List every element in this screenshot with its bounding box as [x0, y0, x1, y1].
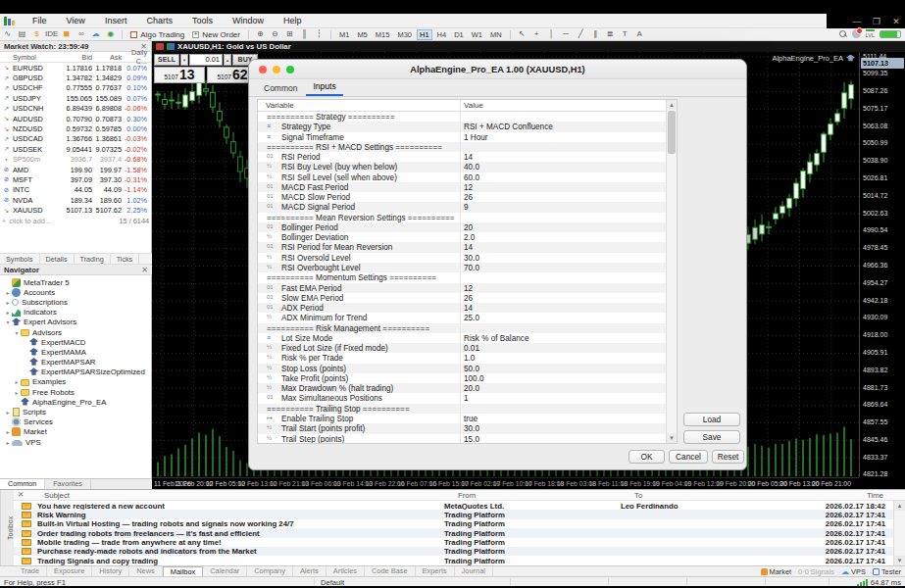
- save-button[interactable]: Save: [683, 430, 740, 444]
- trendline-icon[interactable]: ╱: [575, 28, 587, 40]
- tree-item-vps[interactable]: ▸VPS: [0, 437, 152, 447]
- toolbox-tab-trade[interactable]: Trade: [14, 566, 47, 577]
- reset-button[interactable]: Reset: [712, 450, 744, 464]
- tree-item-subscriptions[interactable]: ▸Subscriptions: [0, 297, 152, 307]
- bars-icon[interactable]: ┆: [313, 28, 326, 40]
- param-value[interactable]: 12: [464, 284, 473, 293]
- expander-icon[interactable]: ▾: [4, 318, 12, 325]
- navigator-close-icon[interactable]: ✕: [141, 266, 148, 274]
- text-icon[interactable]: T: [619, 28, 631, 40]
- param-value[interactable]: 40.0: [464, 163, 479, 172]
- dialog-tab-common[interactable]: Common: [257, 83, 304, 96]
- param-value[interactable]: 100.0: [464, 374, 484, 383]
- input-param-row[interactable]: ½Risk % per Trade1.0: [258, 353, 677, 363]
- hline-icon[interactable]: ─: [560, 28, 573, 40]
- param-value[interactable]: 1 Hour: [464, 133, 488, 142]
- chart-line-icon[interactable]: ∿: [1, 28, 14, 40]
- tree-item-expertmama[interactable]: ExpertMAMA: [0, 347, 152, 357]
- tree-item-scripts[interactable]: ▸Scripts: [0, 407, 152, 416]
- market-watch-tab-ticks[interactable]: Ticks: [111, 254, 140, 264]
- market-watch-row[interactable]: ↘NZDUSD0.597320.597850.00%: [0, 123, 151, 133]
- chart-mode-icon[interactable]: ▤: [16, 28, 28, 40]
- market-watch-row[interactable]: ⊘AMD199.90199.97-1.58%: [0, 165, 151, 174]
- param-value[interactable]: 9: [464, 203, 469, 212]
- cloud-icon[interactable]: ☁: [89, 28, 102, 40]
- mailbox-scroll-down-icon[interactable]: ▼: [894, 556, 905, 565]
- expander-icon[interactable]: ▸: [4, 409, 12, 416]
- toolbox-tab-mailbox[interactable]: Mailbox: [163, 566, 203, 577]
- menu-insert[interactable]: Insert: [95, 14, 137, 28]
- market-watch-row[interactable]: •SP500m3936.73937.4-0.68%: [0, 155, 151, 165]
- timeframe-m30[interactable]: M30: [394, 29, 415, 40]
- menu-help[interactable]: Help: [274, 14, 312, 28]
- new-order-button[interactable]: New Order: [188, 30, 244, 39]
- tree-item-market[interactable]: ▸Market: [0, 427, 152, 437]
- param-value[interactable]: 14: [464, 153, 473, 162]
- vline-icon[interactable]: │: [545, 28, 558, 40]
- zoom-traffic-light[interactable]: [286, 66, 294, 74]
- dialog-titlebar[interactable]: AlphaEngine_Pro_EA 1.00 (XAUUSD,H1): [249, 60, 746, 79]
- time-axis[interactable]: 11 Feb 202611 Feb 20:0012 Feb 05:0012 Fe…: [152, 477, 859, 489]
- input-section-row[interactable]: ========== Risk Management ==========: [258, 323, 677, 333]
- market-watch-row[interactable]: ⊘MSFT397.09397.30-0.31%: [0, 174, 151, 184]
- input-param-row[interactable]: ½Trail Start (points profit)30.0: [258, 423, 677, 433]
- market-watch-row[interactable]: ↗USDJPY155.065155.0890.07%: [0, 93, 151, 103]
- param-value[interactable]: 2.0: [464, 233, 475, 242]
- toolbox-tab-articles[interactable]: Articles: [327, 566, 365, 577]
- market-watch-row[interactable]: ↗USDCHF0.775550.776370.10%: [0, 83, 151, 93]
- input-param-row[interactable]: ≡Signal Timeframe1 Hour: [258, 132, 677, 142]
- timeframe-h1[interactable]: H1: [417, 29, 432, 40]
- tree-item-examples[interactable]: ▸Examples: [0, 377, 152, 387]
- param-value[interactable]: 12: [464, 183, 473, 192]
- input-section-row[interactable]: ========== Trailing Stop ==========: [258, 404, 677, 414]
- expander-icon[interactable]: ▸: [13, 389, 21, 396]
- market-watch-row[interactable]: ↘AUDUSD0.707900.708730.30%: [0, 114, 151, 123]
- tree-item-expert-advisors[interactable]: ▾Expert Advisors: [0, 318, 152, 327]
- menu-view[interactable]: View: [57, 14, 95, 28]
- input-param-row[interactable]: ½RSI Sell Level (sell when above)60.0: [258, 172, 677, 182]
- lot-up-spinner[interactable]: ▴: [224, 54, 231, 66]
- input-param-row[interactable]: ½RSI Oversold Level30.0: [258, 253, 677, 263]
- param-value[interactable]: 60.0: [464, 173, 479, 182]
- toolbox-tab-history[interactable]: History: [92, 566, 129, 577]
- lot-down-spinner[interactable]: ▾: [180, 54, 188, 66]
- input-param-row[interactable]: ½Stop Loss (points)50.0: [258, 364, 677, 373]
- timeframe-m15[interactable]: M15: [373, 29, 393, 40]
- timeframe-m5[interactable]: M5: [354, 29, 370, 40]
- toolbox-tab-company[interactable]: Company: [247, 566, 293, 577]
- input-param-row[interactable]: 01RSI Period14: [258, 152, 677, 162]
- input-section-row[interactable]: ========== RSI + MACD Settings =========…: [258, 142, 677, 152]
- community-icon[interactable]: ◉: [104, 28, 117, 40]
- input-param-row[interactable]: 01Max Simultaneous Positions1: [258, 393, 677, 403]
- fibo-icon[interactable]: ≣: [604, 28, 617, 40]
- mail-row[interactable]: Trading Signals and copy tradingTrading …: [14, 556, 893, 564]
- mailbox-scroll-up-icon[interactable]: ▲: [894, 501, 905, 511]
- toolbox-tab-calendar[interactable]: Calendar: [203, 566, 247, 577]
- mailbox-scrollbar[interactable]: ▲ ▼: [893, 501, 905, 565]
- expander-icon[interactable]: ▸: [13, 378, 21, 385]
- market-watch-tab-symbols[interactable]: Symbols: [0, 254, 40, 264]
- inputs-scrollbar[interactable]: ▲ ▼: [666, 100, 677, 443]
- input-param-row[interactable]: ≡Lot Size ModeRisk % of Balance: [258, 333, 677, 343]
- mail-row[interactable]: Built-in Virtual Hosting — trading robot…: [14, 519, 893, 528]
- menu-file[interactable]: File: [23, 14, 57, 28]
- market-watch-tab-trading[interactable]: Trading: [75, 254, 111, 264]
- param-value[interactable]: 1: [464, 394, 469, 403]
- scroll-down-icon[interactable]: ▼: [667, 433, 677, 443]
- profile-name[interactable]: Default: [321, 578, 344, 587]
- freelance-icon[interactable]: ∞: [75, 28, 87, 40]
- param-value[interactable]: 26: [464, 193, 473, 202]
- input-param-row[interactable]: 01MACD Slow Period26: [258, 192, 677, 202]
- mail-row[interactable]: Mobile trading — trade from anywhere at …: [14, 538, 893, 547]
- menu-window[interactable]: Window: [223, 14, 274, 28]
- mail-row[interactable]: Risk WarningTrading Platform2026.02.17 1…: [14, 510, 893, 518]
- timeframe-m1[interactable]: M1: [336, 29, 352, 40]
- mail-row[interactable]: You have registered a new accountMetaQuo…: [14, 501, 893, 510]
- timeframe-d1[interactable]: D1: [451, 29, 467, 40]
- left-tab-common[interactable]: Common: [0, 479, 45, 489]
- toolbox-tab-experts[interactable]: Experts: [416, 566, 455, 577]
- scroll-up-icon[interactable]: ▲: [667, 100, 677, 110]
- menu-tools[interactable]: Tools: [182, 14, 223, 28]
- restore-icon[interactable]: ❐: [870, 17, 883, 26]
- zoom-out-icon[interactable]: ⊖: [269, 28, 281, 40]
